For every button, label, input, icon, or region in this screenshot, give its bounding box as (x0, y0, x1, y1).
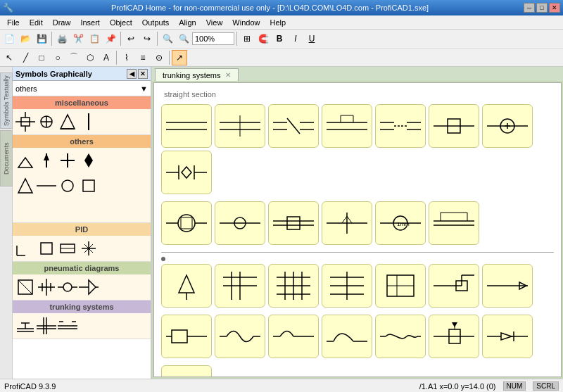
paste-button[interactable]: 📌 (103, 31, 118, 46)
sym-card-r4-6[interactable] (429, 315, 479, 358)
menu-outputs[interactable]: Outputs (138, 17, 174, 28)
menu-insert[interactable]: Insert (76, 17, 104, 28)
menu-draw[interactable]: Draw (49, 17, 75, 28)
sym-card-r3-6[interactable] (429, 264, 479, 308)
sym-pid-3[interactable] (58, 239, 77, 258)
sym-trunk-2[interactable] (37, 316, 56, 336)
sym-card-r5-1[interactable] (161, 365, 212, 377)
sym-pneu-4[interactable] (79, 277, 99, 297)
menu-edit[interactable]: Edit (25, 17, 47, 28)
sym-icon-3[interactable] (58, 112, 77, 132)
sym-icon-5[interactable] (15, 151, 35, 170)
sym-icon-6[interactable] (37, 151, 56, 170)
sym-card-r3-1[interactable] (161, 264, 212, 308)
sym-card-r2-5[interactable]: 1mm (375, 201, 426, 245)
sym-pid-1[interactable] (15, 239, 35, 258)
sym-pneu-3[interactable] (58, 277, 77, 297)
bus-tool[interactable]: ≡ (135, 50, 151, 65)
menu-view[interactable]: View (202, 17, 227, 28)
close-button[interactable]: ✕ (549, 3, 560, 13)
sym-card-r2-6[interactable] (429, 201, 479, 245)
maximize-button[interactable]: □ (536, 3, 548, 13)
sym-card-1[interactable] (161, 104, 212, 148)
sym-card-r2-1[interactable] (161, 201, 212, 245)
italic-button[interactable]: I (288, 31, 303, 46)
canvas-tab-close[interactable]: ✕ (225, 71, 231, 79)
arc-tool[interactable]: ⌒ (66, 50, 82, 65)
sym-icon-extra2[interactable] (37, 176, 56, 196)
line-tool[interactable]: ╱ (18, 50, 33, 65)
poly-tool[interactable]: ⬡ (82, 50, 98, 65)
sym-card-r4-2[interactable] (215, 315, 265, 358)
redo-button[interactable]: ↪ (139, 31, 155, 46)
menu-help[interactable]: Help (265, 17, 290, 28)
menu-align[interactable]: Align (175, 17, 200, 28)
undo-button[interactable]: ↩ (123, 31, 139, 46)
pointer-tool[interactable]: ↗ (172, 50, 187, 65)
sym-icon-7[interactable] (58, 151, 77, 170)
symbols-close-button[interactable]: ✕ (138, 69, 148, 79)
sym-pid-4[interactable] (79, 239, 99, 258)
print-button[interactable]: 🖨️ (54, 31, 70, 46)
sym-pneu-2[interactable] (37, 277, 56, 297)
minimize-button[interactable]: ─ (524, 3, 535, 13)
sym-card-r2-2[interactable] (215, 201, 265, 245)
sym-card-6[interactable] (429, 104, 479, 148)
sym-card-3[interactable] (268, 104, 319, 148)
sym-card-r4-5[interactable] (375, 315, 426, 358)
sym-card-5[interactable] (375, 104, 426, 148)
sym-icon-extra3[interactable] (58, 176, 77, 196)
zoom-input[interactable]: 100% (192, 32, 234, 45)
tab-symbols-textually[interactable]: Symbols Textually (0, 72, 13, 129)
symbols-pin-button[interactable]: ◀ (127, 69, 137, 79)
canvas-scroll-area[interactable]: straight section (154, 83, 561, 377)
copy-button[interactable]: 📋 (87, 31, 102, 46)
sym-icon-8[interactable] (79, 151, 99, 170)
menu-object[interactable]: Object (106, 17, 137, 28)
menu-file[interactable]: File (3, 17, 24, 28)
sym-card-r3-4[interactable] (322, 264, 372, 308)
sym-pid-2[interactable] (37, 239, 56, 258)
sym-card-r3-2[interactable] (215, 264, 265, 308)
grid-button[interactable]: ⊞ (239, 31, 255, 46)
circle-tool[interactable]: ○ (50, 50, 65, 65)
zoom-out-button[interactable]: 🔍 (176, 31, 191, 46)
select-tool[interactable]: ↖ (1, 50, 17, 65)
sym-trunk-3[interactable] (58, 316, 77, 336)
sym-card-4[interactable] (322, 104, 372, 148)
sym-trunk-1[interactable] (15, 316, 35, 336)
sym-card-r3-7[interactable] (482, 264, 533, 308)
sym-pneu-1[interactable] (15, 277, 35, 297)
text-tool[interactable]: A (99, 50, 114, 65)
sym-card-8[interactable] (161, 151, 212, 194)
sym-card-r4-1[interactable] (161, 315, 212, 358)
rect-tool[interactable]: □ (34, 50, 49, 65)
underline-button[interactable]: U (304, 31, 320, 46)
sym-card-r4-3[interactable] (268, 315, 319, 358)
save-button[interactable]: 💾 (34, 31, 49, 46)
open-button[interactable]: 📂 (18, 31, 33, 46)
menu-window[interactable]: Window (228, 17, 264, 28)
connector-tool[interactable]: ⊙ (151, 50, 167, 65)
sym-card-r3-3[interactable] (268, 264, 319, 308)
cut-button[interactable]: ✂️ (70, 31, 86, 46)
sym-icon-extra4[interactable] (79, 176, 99, 196)
snap-button[interactable]: 🧲 (255, 31, 271, 46)
sym-card-2[interactable] (215, 104, 265, 148)
sym-icon-4[interactable] (79, 112, 99, 132)
symbols-dropdown[interactable]: others ▼ (13, 81, 151, 96)
bold-button[interactable]: B (272, 31, 287, 46)
sym-icon-2[interactable] (37, 112, 56, 132)
new-button[interactable]: 📄 (1, 31, 17, 46)
tab-documents[interactable]: Documents (0, 130, 13, 186)
sym-card-r2-3[interactable] (268, 201, 319, 245)
sym-card-r3-5[interactable] (375, 264, 426, 308)
sym-card-r2-4[interactable] (322, 201, 372, 245)
sym-icon-1[interactable] (15, 112, 35, 132)
canvas-tab-trunking[interactable]: trunking systems ✕ (155, 68, 239, 81)
zoom-in-button[interactable]: 🔍 (160, 31, 175, 46)
sym-icon-extra1[interactable] (15, 176, 35, 196)
sym-card-7[interactable] (482, 104, 533, 148)
wire-tool[interactable]: ⌇ (119, 50, 134, 65)
sym-card-r4-4[interactable] (322, 315, 372, 358)
